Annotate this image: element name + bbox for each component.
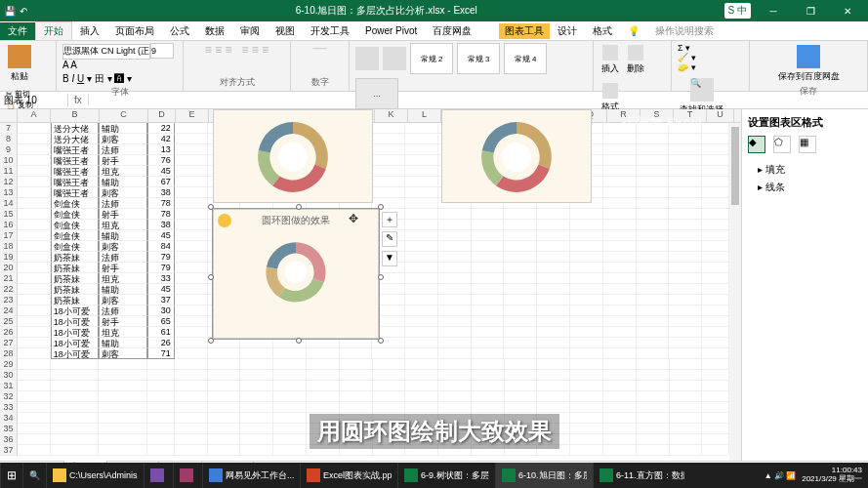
sheet-area[interactable]: ABCDEFGHIJKLMNOPQRSTU 7送分大佬辅助228送分大佬刺客42… [0, 109, 741, 461]
start-btn[interactable]: ⊞ [0, 463, 22, 488]
title-bar: 💾 ↶ 6-10.旭日图：多层次占比分析.xlsx - Excel S 中 ─ … [0, 0, 868, 21]
scroll-vertical[interactable] [729, 123, 741, 461]
format-pane: 设置图表区格式 ◆ ⬠ ▦ ▸ 填充 ▸ 线条 [741, 109, 868, 461]
group-align-label: 对齐方式 [220, 76, 255, 89]
task-item[interactable]: 6-10.旭日图：多层... [495, 463, 593, 488]
svg-point-0 [278, 142, 308, 172]
tab-insert[interactable]: 插入 [72, 22, 107, 40]
table-format-icon[interactable] [383, 47, 406, 70]
tab-home[interactable]: 开始 [35, 21, 72, 40]
pane-fill-icon[interactable]: ◆ [748, 136, 765, 153]
name-box[interactable]: 图表 10 [0, 94, 68, 107]
style-more[interactable]: … [355, 78, 398, 109]
task-item[interactable]: 6-9.树状图：多层... [397, 463, 495, 488]
svg-point-2 [285, 262, 307, 283]
chart-add-btn[interactable]: ＋ [382, 212, 397, 227]
tab-formulas[interactable]: 公式 [162, 22, 197, 40]
tab-baidu[interactable]: 百度网盘 [425, 22, 479, 40]
tree-fill[interactable]: ▸ 填充 [748, 161, 862, 179]
ribbon: 粘贴 ✂ 剪切 📋 复制 剪贴板 A A B I U ▾ 田 ▾ 🅰 ▾ 字体 … [0, 41, 868, 92]
tray-date: 2021/3/29 星期一 [802, 475, 862, 484]
pane-effects-icon[interactable]: ⬠ [773, 136, 791, 153]
ribbon-tabs: 文件 开始 插入 页面布局 公式 数据 审阅 视图 开发工具 Power Piv… [0, 21, 868, 41]
svg-point-1 [502, 142, 531, 172]
chart-tools-context: 图表工具 [499, 23, 550, 39]
task-item[interactable]: Excel图表实战.ppt... [300, 463, 397, 488]
tray-icons[interactable]: ▲ 🔊 📶 [765, 471, 796, 480]
taskbar: ⊞ 🔍 C:\Users\Adminis... 网易见外工作台... Excel… [0, 463, 868, 488]
move-cursor-icon: ✥ [349, 212, 358, 225]
tab-format[interactable]: 格式 [585, 22, 620, 40]
group-number-label: 数字 [311, 76, 329, 89]
tab-layout[interactable]: 页面布局 [107, 22, 162, 40]
task-item[interactable] [144, 463, 173, 488]
chart-top-left[interactable] [213, 109, 373, 203]
chart-top-right[interactable] [441, 109, 592, 203]
ime-badge: S 中 [724, 3, 751, 19]
chart-selected[interactable]: 圆环图做的效果 ✥ ＋ ✎ ▼ [213, 209, 379, 339]
insert-cell-btn[interactable]: 插入 [599, 43, 621, 77]
qat-undo-icon[interactable]: ↶ [20, 6, 27, 17]
tab-review[interactable]: 审阅 [232, 22, 268, 40]
tab-design[interactable]: 设计 [550, 22, 585, 40]
close-btn[interactable]: ✕ [833, 6, 862, 17]
window-title: 6-10.旭日图：多层次占比分析.xlsx - Excel [49, 4, 724, 18]
task-item[interactable]: 6-11.直方图：数据... [593, 463, 690, 488]
task-item[interactable]: 网易见外工作台... [202, 463, 300, 488]
style-slot-2[interactable]: 常规 3 [457, 43, 500, 74]
chart-style-btn[interactable]: ✎ [382, 231, 397, 247]
group-font-label: 字体 [111, 86, 129, 99]
task-item[interactable]: C:\Users\Adminis... [46, 463, 144, 488]
restore-btn[interactable]: ❐ [796, 6, 825, 17]
style-slot-1[interactable]: 常规 2 [410, 43, 453, 74]
paste-btn[interactable]: 粘贴 [6, 43, 33, 85]
font-name-select[interactable] [62, 44, 150, 60]
delete-cell-btn[interactable]: 删除 [625, 43, 646, 77]
tab-data[interactable]: 数据 [197, 22, 232, 40]
tell-me[interactable]: 操作说明搜索 [647, 22, 722, 40]
group-save-label: 保存 [800, 85, 817, 98]
tree-line[interactable]: ▸ 线条 [748, 179, 862, 196]
tab-view[interactable]: 视图 [268, 22, 303, 40]
fx-label[interactable]: fx [68, 95, 89, 105]
minimize-btn[interactable]: ─ [759, 6, 788, 17]
tab-file[interactable]: 文件 [0, 22, 35, 40]
idea-icon[interactable] [218, 214, 231, 227]
style-slot-3[interactable]: 常规 4 [504, 43, 547, 74]
pane-title: 设置图表区格式 [748, 115, 862, 130]
save-cloud-btn[interactable]: 保存到百度网盘 [776, 43, 842, 85]
cond-format-icon[interactable] [355, 47, 379, 70]
pane-size-icon[interactable]: ▦ [799, 136, 816, 153]
search-btn[interactable]: 🔍 [22, 463, 46, 488]
task-item[interactable] [173, 463, 202, 488]
tab-pivot[interactable]: Power Pivot [357, 23, 425, 38]
chart-filter-btn[interactable]: ▼ [382, 251, 397, 266]
tab-dev[interactable]: 开发工具 [303, 22, 357, 40]
qat-save-icon[interactable]: 💾 [4, 6, 16, 17]
font-size-select[interactable] [150, 43, 174, 59]
video-caption: 用圆环图绘制大致效果 [310, 414, 559, 449]
watermark: 运营菌 Excel [622, 115, 702, 133]
